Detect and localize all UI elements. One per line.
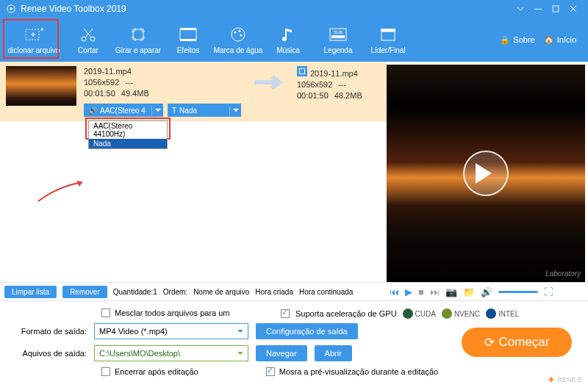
subtitle-track-dropdown[interactable]: TNada	[168, 104, 241, 117]
preview-watermark: Laboratory	[545, 270, 581, 278]
audio-track-dropdown[interactable]: 🔊AAC(Stereo 4	[84, 104, 163, 117]
svg-rect-10	[180, 39, 196, 41]
file-in-duration: 00:01:50	[84, 88, 115, 99]
svg-rect-7	[133, 29, 143, 40]
slate-icon	[379, 25, 398, 44]
merge-label: Mesclar todos arquivos para um	[115, 308, 230, 317]
svg-point-12	[234, 32, 237, 34]
audio-option-selected[interactable]: Nada	[89, 139, 167, 148]
output-format-select[interactable]: MP4 Video (*.mp4)	[94, 323, 248, 339]
svg-rect-8	[180, 29, 196, 40]
palette-icon	[229, 25, 248, 44]
file-out-res: 1056x592	[297, 79, 332, 90]
merge-checkbox[interactable]	[101, 308, 110, 317]
sort-created[interactable]: Hora criada	[255, 288, 293, 296]
svg-rect-17	[331, 35, 345, 38]
format-label: Formato de saída:	[9, 327, 94, 336]
volume-slider[interactable]	[498, 291, 538, 293]
open-folder-button[interactable]: 📁	[463, 286, 475, 297]
player-prev-button[interactable]: ⏮	[390, 286, 399, 297]
annotation-arrow-icon	[35, 179, 94, 209]
file-thumbnail	[6, 66, 76, 106]
volume-icon[interactable]: 🔊	[481, 286, 492, 297]
chevron-down-icon	[151, 106, 163, 115]
player-stop-button[interactable]: ■	[418, 286, 424, 297]
film-icon	[179, 25, 198, 44]
crop-icon	[129, 25, 148, 44]
browse-button[interactable]: Navegar	[256, 345, 307, 361]
file-row[interactable]: 2019-11.mp4 1056x592--- 00:01:5049.4MB 🔊…	[0, 62, 387, 122]
audio-dropdown-list[interactable]: AAC(Stereo 44100Hz) Nada	[88, 120, 168, 149]
file-in-size: 49.4MB	[121, 88, 149, 99]
file-out-duration: 00:01:50	[297, 90, 329, 101]
player-play-button[interactable]: ▶	[405, 286, 412, 297]
music-button[interactable]: Música	[263, 19, 313, 60]
add-file-icon	[24, 25, 43, 44]
preview-panel: Laboratory	[387, 65, 585, 282]
brand-label: ✚RENE.E	[548, 376, 582, 383]
order-label: Ordem:	[163, 288, 187, 296]
about-link[interactable]: 🔒 Sobre	[500, 35, 534, 45]
cuda-badge: CUDA	[403, 308, 436, 319]
close-button[interactable]	[564, 1, 582, 16]
intel-badge: INTEL	[486, 308, 519, 319]
fullscreen-button[interactable]: ⛶	[544, 286, 553, 297]
svg-point-14	[240, 35, 243, 37]
app-icon	[6, 4, 16, 14]
home-link[interactable]: 🏠 Início	[544, 35, 576, 45]
svg-point-15	[282, 37, 287, 41]
subtitle-button[interactable]: SUB Legenda	[313, 19, 363, 60]
svg-text:SUB: SUB	[334, 30, 343, 35]
cut-button[interactable]: Cortar	[63, 19, 113, 60]
subtitle-icon: SUB	[329, 25, 348, 44]
svg-rect-3	[553, 6, 559, 12]
svg-rect-19	[381, 32, 395, 40]
convert-arrow-icon	[248, 73, 290, 91]
start-button[interactable]: ⟳ Começar	[462, 328, 572, 357]
gpu-checkbox[interactable]	[281, 309, 290, 318]
svg-point-1	[10, 7, 12, 10]
app-title: Renee Video Toolbox 2019	[21, 4, 126, 14]
snapshot-button[interactable]: 📷	[445, 286, 457, 297]
quantity-label: Quantidade:1	[113, 288, 157, 296]
output-config-button[interactable]: Configuração de saída	[256, 323, 358, 339]
file-out-size: 48.2MB	[334, 90, 362, 101]
file-in-res: 1056x592	[84, 77, 119, 88]
dropdown-icon[interactable]	[512, 1, 529, 16]
watermark-button[interactable]: Marca de água	[213, 19, 263, 60]
music-icon	[279, 25, 298, 44]
sort-name[interactable]: Nome de arquivo	[193, 288, 249, 296]
output-icon	[297, 66, 307, 76]
maximize-button[interactable]	[547, 1, 564, 16]
refresh-icon: ⟳	[484, 335, 495, 350]
output-path-select[interactable]: C:\Users\MO\Desktop\	[94, 345, 248, 361]
open-button[interactable]: Abrir	[315, 345, 352, 361]
home-icon: 🏠	[544, 35, 554, 45]
close-after-label: Encerrar após editação	[115, 367, 198, 376]
svg-point-11	[232, 28, 245, 41]
text-icon: T	[172, 105, 176, 116]
audio-option[interactable]: AAC(Stereo 44100Hz)	[89, 121, 167, 139]
close-after-checkbox[interactable]	[101, 367, 110, 376]
show-preview-label: Mosra a pré-visualização durante a edita…	[279, 367, 438, 376]
add-file-button[interactable]: dicionar arquivo	[4, 19, 63, 60]
show-preview-checkbox[interactable]	[266, 367, 275, 376]
remove-button[interactable]: Remover	[62, 286, 107, 298]
nvenc-badge: NVENC	[442, 308, 480, 319]
rotate-crop-button[interactable]: Girar e aparar	[113, 19, 163, 60]
effects-button[interactable]: Efeitos	[163, 19, 213, 60]
speaker-icon: 🔊	[88, 105, 97, 116]
lock-icon: 🔒	[500, 35, 510, 45]
gpu-label: Suporta aceleração de GPU	[295, 309, 397, 318]
preview-play-button[interactable]	[463, 151, 509, 196]
player-next-button[interactable]: ⏭	[430, 286, 440, 297]
clear-list-button[interactable]: Limpar lista	[4, 286, 57, 298]
svg-rect-9	[180, 28, 196, 30]
minimize-button[interactable]	[529, 1, 547, 16]
svg-rect-2	[534, 9, 542, 10]
output-path-label: Aquivos de saída:	[9, 349, 94, 358]
svg-rect-20	[381, 29, 395, 32]
sort-continued[interactable]: Hora continuada	[299, 288, 353, 296]
intro-outro-button[interactable]: Líder/Final	[363, 19, 413, 60]
svg-point-13	[239, 30, 241, 32]
